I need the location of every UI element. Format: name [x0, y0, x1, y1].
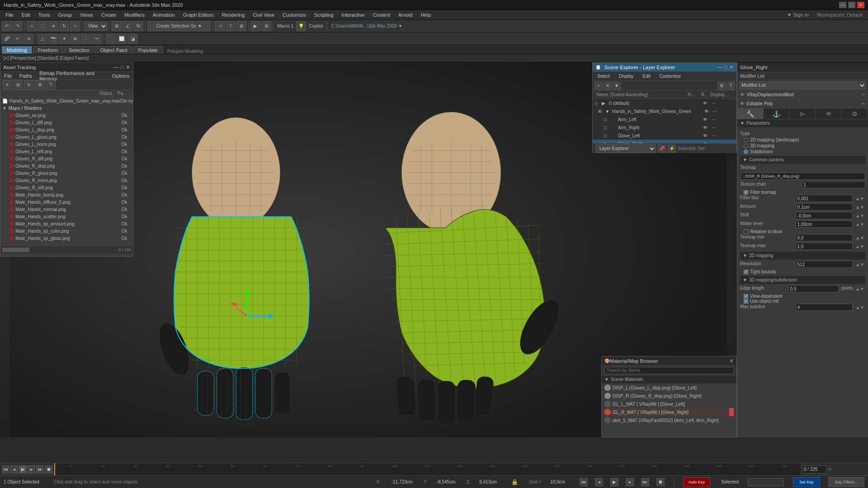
menu-customize[interactable]: Customize: [279, 11, 310, 19]
mat-item-3[interactable]: GL_L_MAT ( VRayMtl ) [Glove_Left]: [602, 400, 736, 408]
unlink-button[interactable]: ✂: [13, 34, 23, 44]
select-all-button[interactable]: ⬛: [106, 34, 116, 44]
rotate-button[interactable]: ↻: [59, 21, 69, 31]
modifier-dropdown[interactable]: Modifier List: [739, 81, 866, 89]
relative-bbox-check[interactable]: [744, 230, 748, 234]
menu-tools[interactable]: Tools: [35, 11, 54, 19]
at-menu-options[interactable]: Options: [110, 73, 131, 79]
array-button[interactable]: ⊞: [236, 21, 246, 31]
tight-bounds-check[interactable]: ✓: [744, 270, 748, 274]
se-delete-layer[interactable]: ✕: [604, 82, 612, 90]
stop-button[interactable]: ⏹: [45, 465, 52, 474]
set-key-button[interactable]: Set Key: [793, 477, 820, 487]
modifier-editable-poly[interactable]: 👁 Editable Poly ⊢: [737, 99, 868, 108]
play-fwd-button[interactable]: ⏭: [36, 465, 44, 474]
at-list-btn[interactable]: ≡: [2, 80, 12, 90]
mat-item-5[interactable]: skin_5_MAT (VRayFastSSS2) [Arm_Left, Arm…: [602, 416, 736, 424]
transport-stop[interactable]: ⏹: [656, 478, 665, 486]
minimize-button[interactable]: —: [839, 2, 846, 8]
ref-coord-dropdown[interactable]: View: [84, 22, 108, 31]
at-file-1[interactable]: 🖼 Gloves_ior.png Ok: [0, 112, 133, 119]
texture-chan-field[interactable]: 1: [802, 181, 866, 188]
at-file-8[interactable]: 🖼 Gloves_R_disp.png Ok: [0, 162, 133, 169]
transport-next[interactable]: ▸: [626, 478, 634, 486]
at-menu-paths[interactable]: Paths: [18, 73, 34, 79]
filter-blur-field[interactable]: 0,001: [796, 195, 853, 202]
radio-2d-mapping[interactable]: 2D mapping (landscape): [744, 137, 865, 142]
se-tab-edit[interactable]: Edit: [640, 74, 653, 79]
at-menu-file[interactable]: File: [2, 73, 14, 79]
menu-rendering[interactable]: Rendering: [218, 11, 249, 19]
menu-graph-editors[interactable]: Graph Editors: [179, 11, 217, 19]
resolution-spinner[interactable]: ▲▼: [854, 262, 865, 267]
next-frame-button[interactable]: ▸: [28, 465, 35, 474]
key-filters-button[interactable]: Key Filters...: [828, 477, 864, 487]
2d-mapping-header[interactable]: ▼ 2D mapping: [740, 252, 865, 260]
at-file-13[interactable]: 🖼 Male_Hands_diffuse_5.png Ok: [0, 198, 133, 206]
light2-button[interactable]: ✦: [59, 34, 69, 44]
edge-length-field[interactable]: 0,5: [788, 285, 839, 292]
modifier-vray[interactable]: 👁 VRayDisplacementMod ⊢: [737, 90, 868, 99]
filter-texmap-checkbox[interactable]: ✓ Filter texmap: [744, 190, 865, 195]
se-item-glove-left[interactable]: ◻ Glove_Left 👁 ···: [593, 131, 736, 140]
menu-create[interactable]: Create: [98, 11, 120, 19]
tab-object-paint[interactable]: Object Paint: [95, 46, 132, 54]
tab-freeform[interactable]: Freeform: [33, 46, 63, 54]
at-scroll-thumb[interactable]: [2, 248, 29, 252]
asset-tracking-close[interactable]: ✕: [126, 64, 130, 70]
sign-in-button[interactable]: ▼ Sign In: [783, 11, 812, 19]
tab-populate[interactable]: Populate: [133, 46, 162, 54]
at-scrollbar[interactable]: 0 / 225: [0, 245, 133, 253]
at-file-18[interactable]: 🖼 Male_Hands_sp_gloss.png Ok: [0, 235, 133, 242]
transport-play[interactable]: ▶: [610, 478, 618, 486]
max-subdivs-spinner[interactable]: ▲▼: [854, 305, 865, 310]
spacewarp-button[interactable]: 〜: [92, 34, 102, 44]
transport-prev[interactable]: ◂: [595, 478, 603, 486]
prop-tab-utilities[interactable]: ⚙: [842, 108, 868, 119]
radio-subdivision[interactable]: Subdivision: [744, 149, 865, 154]
asset-tracking-restore[interactable]: □: [121, 64, 124, 70]
se-close[interactable]: ✕: [729, 64, 734, 70]
move-button[interactable]: ✛: [48, 21, 58, 31]
prop-tab-motion[interactable]: ⊳: [790, 108, 816, 119]
material-search-input[interactable]: [604, 367, 734, 374]
at-refresh-btn[interactable]: ↻: [24, 80, 34, 90]
se-item-arm-right[interactable]: ◻ Arm_Right 👁 ···: [593, 123, 736, 131]
maximize-button[interactable]: □: [848, 2, 855, 8]
menu-views[interactable]: Views: [76, 11, 97, 19]
se-tab-display[interactable]: Display: [616, 74, 637, 79]
angle-snap-button[interactable]: ∠: [123, 21, 132, 31]
create-selection-button[interactable]: Create Selection Se ▼: [147, 21, 211, 31]
mb-close[interactable]: ✕: [729, 358, 734, 364]
water-level-spinner[interactable]: ▲▼: [854, 222, 865, 227]
at-file-2[interactable]: 🖼 Gloves_L_diff.png Ok: [0, 119, 133, 126]
use-object-mtl-checkbox[interactable]: ✓ Use object mtl: [744, 299, 865, 304]
mat-item-2[interactable]: DISP_R (Gloves_R_disp.png) [Glove_Right]: [602, 392, 736, 400]
texmap-max-spinner[interactable]: ▲▼: [854, 244, 865, 249]
select-region-button[interactable]: ⬚: [38, 21, 47, 31]
se-item-arm-left[interactable]: ◻ Arm_Left 👁 ···: [593, 115, 736, 123]
menu-civil-view[interactable]: Civil View: [249, 11, 278, 19]
at-main-file[interactable]: 📄 Hands_in_Safety_Work_Gloves_Green_max_…: [0, 97, 133, 104]
menu-interactive[interactable]: Interactive: [338, 11, 368, 19]
se-item-main-group[interactable]: ⊞ ▼ Hands_in_Safety_Work_Gloves_Green 👁 …: [593, 107, 736, 115]
particle-button[interactable]: ∷: [81, 34, 91, 44]
pyramid-button[interactable]: △: [38, 34, 47, 44]
view-dependent-check[interactable]: ✓: [744, 294, 748, 299]
select-button[interactable]: ⊹: [27, 21, 37, 31]
at-file-11[interactable]: 🖼 Gloves_R_refl.png Ok: [0, 184, 133, 191]
auto-key-button[interactable]: Auto Key: [683, 477, 710, 487]
at-file-10[interactable]: 🖼 Gloves_R_norm.png Ok: [0, 177, 133, 184]
menu-animation[interactable]: Animation: [149, 11, 179, 19]
at-file-16[interactable]: 🖼 Male_Hands_sp_amount.png Ok: [0, 220, 133, 227]
se-filter[interactable]: ▼: [613, 82, 621, 90]
at-file-3[interactable]: 🖼 Gloves_L_disp.png Ok: [0, 126, 133, 133]
snap-button[interactable]: ⊞: [112, 21, 122, 31]
prop-tab-hierarchy[interactable]: ⚓: [764, 108, 790, 119]
se-tab-select[interactable]: Select: [594, 74, 613, 79]
menu-help[interactable]: Help: [417, 11, 435, 19]
select-none-button[interactable]: ⬜: [117, 34, 127, 44]
at-file-6[interactable]: 🖼 Gloves_L_refl.png Ok: [0, 148, 133, 155]
at-file-9[interactable]: 🖼 Gloves_R_gloss.png Ok: [0, 169, 133, 177]
render-setup-button[interactable]: ⚙: [261, 21, 271, 31]
